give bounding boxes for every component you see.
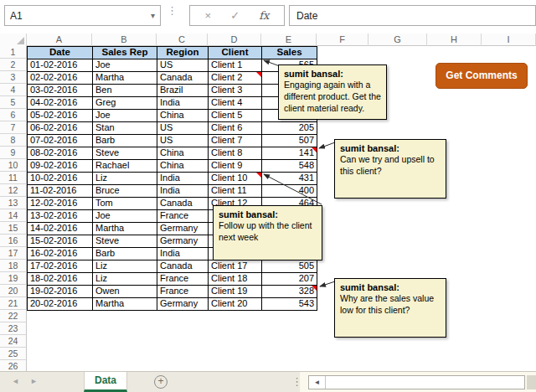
cell-A10[interactable]: 09-02-2016: [28, 160, 93, 173]
cell-B6[interactable]: Joe: [93, 110, 157, 122]
cell-A8[interactable]: 07-02-2016: [28, 135, 93, 147]
row-header-2[interactable]: 2: [0, 59, 27, 71]
cell-D5[interactable]: Client 4: [209, 97, 262, 110]
row-header-14[interactable]: 14: [0, 209, 27, 222]
cell-A20[interactable]: 19-02-2016: [28, 286, 93, 298]
row-header-15[interactable]: 15: [0, 222, 27, 235]
cell-A16[interactable]: 15-02-2016: [28, 235, 93, 248]
cell-C8[interactable]: US: [157, 135, 209, 147]
cell-C5[interactable]: India: [157, 97, 209, 110]
cell-B8[interactable]: Barb: [93, 135, 157, 147]
cell-C3[interactable]: Canada: [157, 72, 209, 85]
row-header-13[interactable]: 13: [0, 197, 27, 209]
row-header-18[interactable]: 18: [0, 260, 27, 272]
cell-B7[interactable]: Stan: [93, 122, 157, 135]
row-header-23[interactable]: 23: [0, 322, 27, 335]
row-header-24[interactable]: 24: [0, 335, 27, 348]
cell-E9[interactable]: 141: [262, 147, 317, 160]
column-header-H[interactable]: H: [427, 34, 482, 46]
cell-C18[interactable]: Canada: [157, 260, 209, 273]
column-header-D[interactable]: D: [208, 34, 261, 46]
cell-C12[interactable]: India: [157, 185, 209, 198]
column-header-E[interactable]: E: [261, 34, 317, 46]
cell-D6[interactable]: Client 5: [209, 110, 262, 122]
cell-B11[interactable]: Liz: [93, 173, 157, 185]
row-header-8[interactable]: 8: [0, 134, 27, 147]
row-header-21[interactable]: 21: [0, 297, 27, 310]
row-header-7[interactable]: 7: [0, 121, 27, 134]
cell-E20[interactable]: 328: [262, 286, 317, 298]
cell-C17[interactable]: India: [157, 248, 209, 260]
cell-B14[interactable]: Joe: [93, 210, 157, 223]
add-sheet-icon[interactable]: +: [154, 375, 168, 389]
name-box-dropdown-icon[interactable]: ▾: [151, 11, 155, 20]
row-header-25[interactable]: 25: [0, 348, 27, 360]
comment-box-1[interactable]: sumit bansal:Engaging again with a diffe…: [278, 64, 387, 120]
cell-A9[interactable]: 08-02-2016: [28, 147, 93, 160]
column-header-G[interactable]: G: [368, 34, 427, 46]
comment-box-4[interactable]: sumit bansal:Why are the sales value low…: [334, 278, 446, 338]
cell-A3[interactable]: 02-02-2016: [28, 72, 93, 85]
cell-B5[interactable]: Greg: [93, 97, 157, 110]
cell-A19[interactable]: 18-02-2016: [28, 273, 93, 286]
cell-E10[interactable]: 548: [262, 160, 317, 173]
cell-D20[interactable]: Client 19: [209, 286, 262, 298]
cell-B16[interactable]: Steve: [93, 235, 157, 248]
cell-D4[interactable]: Client 3: [209, 85, 262, 97]
cell-B9[interactable]: Steve: [93, 147, 157, 160]
scrollbar-thumb[interactable]: [326, 376, 524, 389]
row-header-3[interactable]: 3: [0, 71, 27, 84]
row-header-19[interactable]: 19: [0, 272, 27, 285]
cell-A11[interactable]: 10-02-2016: [28, 173, 93, 185]
row-header-9[interactable]: 9: [0, 147, 27, 159]
cell-E7[interactable]: 205: [262, 122, 317, 135]
column-header-C[interactable]: C: [157, 34, 208, 46]
formula-input[interactable]: Date: [289, 5, 536, 26]
cell-A13[interactable]: 12-02-2016: [28, 198, 93, 210]
next-sheet-icon[interactable]: ►: [30, 377, 38, 385]
cell-A21[interactable]: 20-02-2016: [28, 298, 93, 311]
cell-A4[interactable]: 03-02-2016: [28, 85, 93, 97]
cell-C15[interactable]: Germany: [157, 223, 209, 235]
cell-D8[interactable]: Client 7: [209, 135, 262, 147]
cell-E18[interactable]: 505: [262, 260, 317, 273]
column-header-A[interactable]: A: [27, 34, 92, 46]
prev-sheet-icon[interactable]: ◄: [12, 377, 19, 385]
cell-C16[interactable]: Germany: [157, 235, 209, 248]
horizontal-scrollbar[interactable]: ◄: [308, 375, 525, 389]
header-cell-sales[interactable]: Sales: [262, 47, 317, 59]
cell-B15[interactable]: Martha: [93, 223, 157, 235]
get-comments-button[interactable]: Get Comments: [436, 63, 528, 89]
column-header-I[interactable]: I: [482, 34, 536, 46]
tab-resize-dots-icon[interactable]: ⋮: [291, 375, 302, 388]
comment-box-2[interactable]: sumit bansal:Can we try and upsell to th…: [334, 139, 446, 199]
sheet-tab-data[interactable]: Data: [84, 372, 127, 392]
header-cell-region[interactable]: Region: [157, 47, 209, 59]
cell-B19[interactable]: Liz: [93, 273, 157, 286]
cell-C20[interactable]: France: [157, 286, 209, 298]
cell-B3[interactable]: Martha: [93, 72, 157, 85]
cell-C14[interactable]: France: [157, 210, 209, 223]
cell-E11[interactable]: 431: [262, 173, 317, 185]
column-header-F[interactable]: F: [317, 34, 368, 46]
cancel-icon[interactable]: ×: [205, 9, 212, 22]
cell-D11[interactable]: Client 10: [209, 173, 262, 185]
cell-D3[interactable]: Client 2: [209, 72, 262, 85]
cell-A12[interactable]: 11-02-2016: [28, 185, 93, 198]
row-header-5[interactable]: 5: [0, 96, 27, 109]
cell-B13[interactable]: Tom: [93, 198, 157, 210]
row-header-17[interactable]: 17: [0, 247, 27, 260]
cell-B4[interactable]: Ben: [93, 85, 157, 97]
cell-C13[interactable]: Canada: [157, 198, 209, 210]
cell-D7[interactable]: Client 6: [209, 122, 262, 135]
row-header-10[interactable]: 10: [0, 159, 27, 172]
header-cell-sales-rep[interactable]: Sales Rep: [93, 47, 157, 59]
cell-C4[interactable]: Brazil: [157, 85, 209, 97]
row-header-11[interactable]: 11: [0, 172, 27, 184]
cell-A7[interactable]: 06-02-2016: [28, 122, 93, 135]
cell-C10[interactable]: China: [157, 160, 209, 173]
insert-function-icon[interactable]: fx: [259, 9, 269, 22]
row-header-20[interactable]: 20: [0, 285, 27, 297]
cell-A18[interactable]: 17-02-2016: [28, 260, 93, 273]
enter-icon[interactable]: ✓: [230, 9, 240, 22]
